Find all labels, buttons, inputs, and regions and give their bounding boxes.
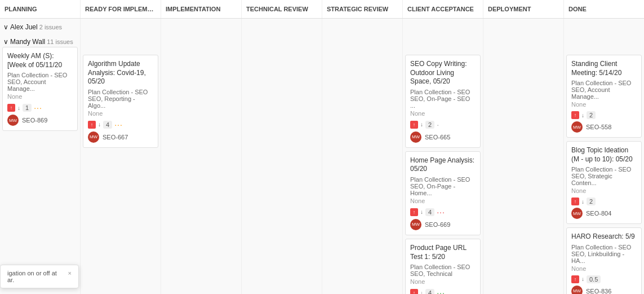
col-header-planning: PLANNING	[0, 0, 81, 18]
mandy-spacer-ready	[83, 38, 158, 55]
col-header-done: DONE	[564, 0, 644, 18]
avatar: MW	[571, 121, 583, 133]
card-algorithm-update[interactable]: Algorithm Update Analysis: Covid-19, 05/…	[83, 55, 158, 148]
card-footer: ↑ ↓ 4 ···	[88, 120, 153, 129]
card-title: Home Page Analysis: 05/20	[410, 156, 476, 174]
card-ticket-row: MW SEO-869	[7, 115, 73, 126]
group-name-alex: Alex Juel	[10, 23, 38, 31]
card-none: None	[571, 101, 637, 108]
card-meta: Plan Collection - SEO SEO, Account Manag…	[7, 72, 73, 92]
dots: ···	[34, 103, 42, 112]
dots: ···	[437, 288, 445, 294]
arrow-down: ↓	[581, 112, 584, 119]
col-header-technical: TECHNICAL REVIEW	[242, 0, 322, 18]
dots: ···	[114, 120, 123, 129]
priority-icon: ↑	[571, 111, 579, 119]
avatar: MW	[7, 115, 19, 126]
group-mandy-label[interactable]: ∨ Mandy Wall 11 issues	[2, 36, 78, 47]
priority-icon: ↑	[571, 198, 579, 205]
card-title: Weekly AM (S): [Week of 05/11/20	[7, 52, 73, 69]
card-haro-research[interactable]: HARO Research: 5/9 Plan Collection - SEO…	[566, 227, 642, 294]
group-count-alex: 2 issues	[39, 24, 62, 30]
card-title: HARO Research: 5/9	[571, 232, 637, 242]
card-ticket-row: MW SEO-558	[571, 121, 637, 133]
mandy-spacer-client	[405, 38, 481, 55]
card-footer: ↑ ↓ 2	[571, 198, 637, 205]
priority-icon: ↑	[571, 275, 579, 283]
card-footer: ↑ ↓ 2 ·	[410, 120, 476, 129]
card-title: SEO Copy Writing: Outdoor Living Space, …	[410, 60, 476, 86]
card-none: None	[571, 187, 637, 194]
toast-notification: × igation on or off at ar.	[0, 265, 79, 288]
card-title: Algorithm Update Analysis: Covid-19, 05/…	[88, 60, 153, 86]
card-none: None	[7, 93, 73, 100]
card-ticket-row: MW SEO-667	[88, 131, 153, 143]
card-footer: ↑ ↓ 4 ···	[410, 288, 476, 294]
card-weekly-am[interactable]: Weekly AM (S): [Week of 05/11/20 Plan Co…	[2, 47, 78, 131]
priority-icon: ↑	[410, 289, 418, 294]
avatar: MW	[571, 286, 583, 294]
chevron-icon-mandy: ∨	[3, 38, 8, 46]
card-none: None	[410, 198, 476, 204]
count-badge: 4	[103, 121, 112, 129]
ticket-id: SEO-804	[586, 210, 611, 217]
avatar: MW	[410, 219, 421, 230]
alex-spacer-ready	[83, 21, 158, 38]
card-title: Blog Topic Ideation (M - up to 10): 05/2…	[571, 146, 637, 164]
mandy-spacer-done	[566, 38, 642, 55]
alex-spacer-done	[566, 21, 642, 38]
group-name-mandy: Mandy Wall	[10, 38, 45, 46]
card-title: Product Page URL Test 1: 5/20	[410, 244, 476, 261]
columns-header: PLANNING READY FOR IMPLEMENTA... IMPLEME…	[0, 0, 644, 19]
avatar: MW	[571, 208, 583, 219]
col-header-strategic: STRATEGIC REVIEW	[322, 0, 403, 18]
card-none: None	[571, 265, 637, 272]
priority-icon: ↑	[410, 121, 418, 129]
col-implementation	[161, 19, 242, 294]
col-ready: Algorithm Update Analysis: Covid-19, 05/…	[81, 19, 161, 294]
avatar: MW	[410, 131, 421, 143]
card-seo-copy[interactable]: SEO Copy Writing: Outdoor Living Space, …	[405, 55, 481, 148]
col-header-ready: READY FOR IMPLEMENTA...	[81, 0, 161, 18]
card-meta: Plan Collection - SEO SEO, Reporting - A…	[88, 89, 153, 109]
kanban-board: PLANNING READY FOR IMPLEMENTA... IMPLEME…	[0, 0, 644, 294]
col-deployment	[483, 19, 564, 294]
card-product-page-url[interactable]: Product Page URL Test 1: 5/20 Plan Colle…	[405, 239, 481, 294]
col-client-acceptance: SEO Copy Writing: Outdoor Living Space, …	[403, 19, 483, 294]
card-footer: ↑ ↓ 4 ···	[410, 208, 476, 217]
chevron-icon: ∨	[3, 23, 8, 31]
col-header-deployment: DEPLOYMENT	[483, 0, 564, 18]
count-badge: 0.5	[587, 275, 601, 283]
arrow-down: ↓	[420, 121, 423, 128]
card-meta: Plan Collection - SEO SEO, Strategic Con…	[571, 166, 637, 186]
count-badge: 4	[425, 208, 434, 216]
card-standing-client[interactable]: Standing Client Meeting: 5/14/20 Plan Co…	[566, 55, 642, 138]
card-footer: ↑ ↓ 1 ···	[7, 103, 73, 112]
avatar: MW	[88, 131, 99, 143]
card-home-page-analysis[interactable]: Home Page Analysis: 05/20 Plan Collectio…	[405, 151, 481, 235]
arrow-down: ↓	[581, 199, 584, 205]
card-ticket-row: MW SEO-665	[410, 131, 476, 143]
card-meta: Plan Collection - SEO SEO, Linkbuilding …	[571, 244, 637, 264]
arrow-down: ↓	[17, 105, 20, 111]
priority-icon: ↑	[88, 121, 96, 129]
toast-message: igation on or off at ar.	[7, 270, 57, 283]
count-badge: 2	[587, 111, 596, 119]
card-ticket-row: MW SEO-669	[410, 219, 476, 230]
ticket-id: SEO-667	[103, 134, 128, 141]
dots: ·	[437, 120, 439, 129]
arrow-down: ↓	[98, 121, 101, 128]
card-footer: ↑ ↓ 0.5	[571, 275, 637, 283]
count-badge: 2	[587, 198, 596, 205]
col-technical	[242, 19, 322, 294]
col-done: Standing Client Meeting: 5/14/20 Plan Co…	[564, 19, 644, 294]
group-alex-label[interactable]: ∨ Alex Juel 2 issues	[2, 21, 78, 32]
board-body: ∨ Alex Juel 2 issues ∨ Mandy Wall 11 iss…	[0, 19, 644, 294]
toast-close-button[interactable]: ×	[68, 270, 72, 277]
card-blog-topic[interactable]: Blog Topic Ideation (M - up to 10): 05/2…	[566, 141, 642, 224]
count-badge: 1	[23, 104, 32, 112]
alex-spacer-client	[405, 21, 481, 38]
card-meta: Plan Collection - SEO SEO, On-Page - SEO…	[410, 89, 476, 109]
ticket-id: SEO-869	[22, 117, 47, 124]
col-header-implementation: IMPLEMENTATION	[161, 0, 242, 18]
